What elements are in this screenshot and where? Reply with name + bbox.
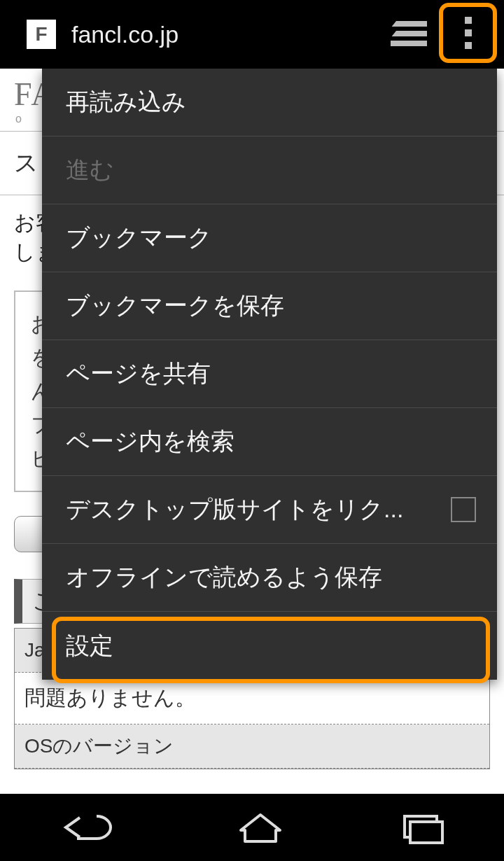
nav-recent-button[interactable]: [398, 811, 448, 844]
browser-top-bar: F fancl.co.jp: [0, 0, 504, 69]
url-text[interactable]: fancl.co.jp: [71, 21, 178, 48]
system-nav-bar: [0, 794, 504, 861]
menu-item-forward: 進む: [42, 136, 497, 204]
menu-item-save-offline[interactable]: オフラインで読めるよう保存: [42, 544, 497, 612]
menu-item-reload[interactable]: 再読み込み: [42, 69, 497, 136]
menu-item-settings[interactable]: 設定: [42, 612, 497, 680]
tabs-icon[interactable]: [391, 21, 427, 49]
svg-rect-1: [391, 31, 427, 36]
menu-item-save-bookmark[interactable]: ブックマークを保存: [42, 272, 497, 340]
menu-item-label: ページ内を検索: [66, 426, 234, 458]
overflow-menu: 再読み込み 進む ブックマーク ブックマークを保存 ページを共有 ページ内を検索…: [42, 69, 497, 680]
nav-back-button[interactable]: [56, 811, 123, 844]
menu-item-share-page[interactable]: ページを共有: [42, 340, 497, 408]
checkbox-icon[interactable]: [451, 497, 476, 522]
menu-item-label: ブックマークを保存: [66, 290, 284, 322]
table-body-js: 問題ありません。: [15, 673, 489, 724]
overflow-menu-button[interactable]: [439, 3, 497, 63]
menu-item-request-desktop[interactable]: デスクトップ版サイトをリク...: [42, 476, 497, 544]
nav-home-button[interactable]: [235, 811, 286, 844]
menu-item-label: ページを共有: [66, 358, 211, 390]
kebab-icon: [465, 14, 472, 52]
menu-item-bookmarks[interactable]: ブックマーク: [42, 204, 497, 272]
table-head-os: OSのバージョン: [15, 724, 489, 769]
menu-item-label: 再読み込み: [66, 86, 186, 118]
svg-rect-6: [410, 822, 442, 843]
menu-item-label: ブックマーク: [66, 222, 212, 254]
svg-rect-0: [391, 21, 427, 27]
menu-item-find-in-page[interactable]: ページ内を検索: [42, 408, 497, 476]
menu-item-label: 設定: [66, 630, 113, 662]
menu-item-label: オフラインで読めるよう保存: [66, 561, 382, 594]
site-favicon: F: [27, 20, 56, 49]
menu-item-label: 進む: [66, 154, 114, 186]
svg-rect-2: [391, 41, 427, 46]
menu-item-label: デスクトップ版サイトをリク...: [66, 493, 403, 526]
